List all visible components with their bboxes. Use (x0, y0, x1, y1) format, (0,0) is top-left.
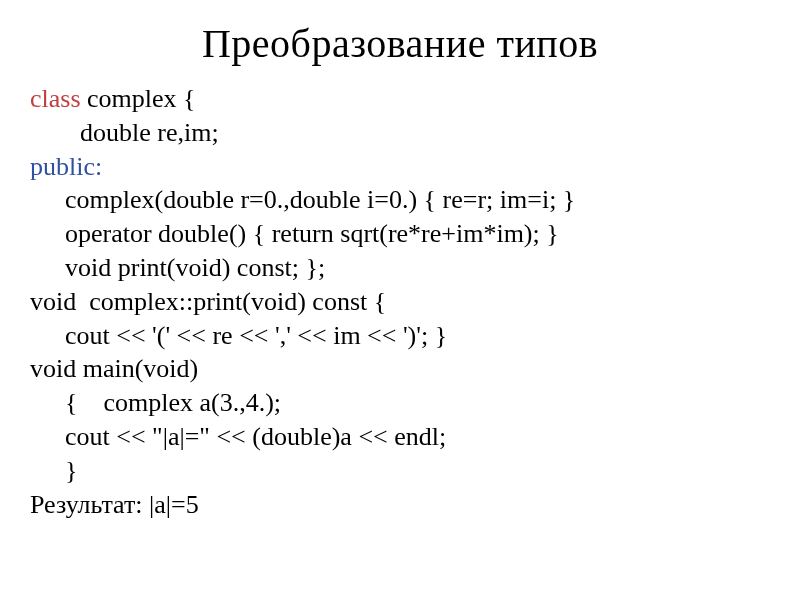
class-declaration: complex { (81, 84, 196, 113)
code-line-constructor: complex(double r=0.,double i=0.) { re=r;… (65, 183, 770, 217)
keyword-public: public: (30, 152, 102, 181)
code-line-class: class complex { (30, 82, 770, 116)
code-line-main-open: void main(void) (30, 352, 770, 386)
code-line-operator: operator double() { return sqrt(re*re+im… (65, 217, 770, 251)
code-line-public: public: (30, 150, 770, 184)
slide-title: Преобразование типов (30, 20, 770, 67)
code-line-print-impl-body: cout << '(' << re << ',' << im << ')'; } (65, 319, 770, 353)
code-line-main-brace: { complex a(3.,4.); (65, 386, 770, 420)
code-line-print-impl-open: void complex::print(void) const { (30, 285, 770, 319)
code-content: class complex { double re,im; public: co… (30, 82, 770, 521)
code-line-main-close: } (65, 454, 770, 488)
code-line-result: Результат: |a|=5 (30, 488, 770, 522)
code-line-print-decl: void print(void) const; }; (65, 251, 770, 285)
code-line-main-cout: cout << "|a|=" << (double)a << endl; (65, 420, 770, 454)
code-line-field: double re,im; (80, 116, 770, 150)
keyword-class: class (30, 84, 81, 113)
